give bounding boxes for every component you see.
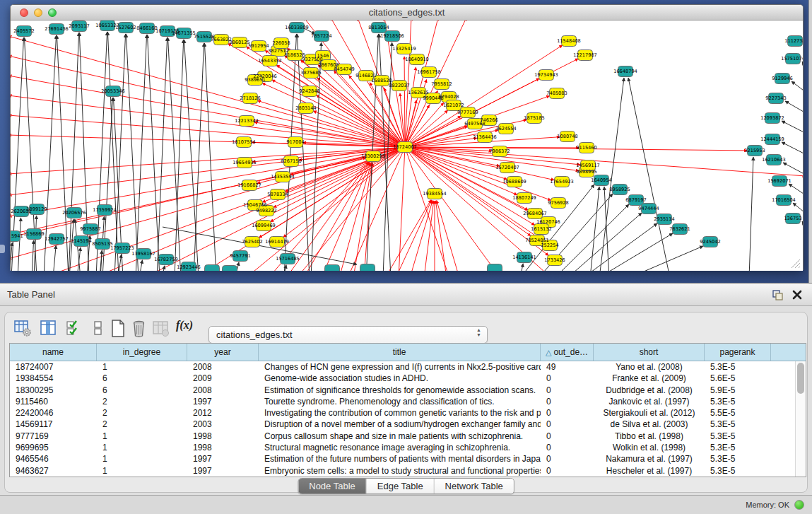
cell-short: Wolkin et al. (1998) [594,442,705,453]
unselect-all-icon[interactable] [88,319,107,338]
table-mode-icon[interactable] [13,319,33,338]
canvas-resize-grip[interactable] [791,259,801,269]
svg-text:917004: 917004 [286,139,304,145]
network-canvas[interactable]: 2405572276914362093117106533271527602846… [11,21,803,271]
table-panel-body: f(x) citations_edges.txt ▲▼ namein_degre… [0,306,812,495]
close-icon[interactable] [792,289,803,300]
graph-node[interactable] [488,264,502,271]
tab-network-table[interactable]: Network Table [435,479,514,493]
table-row[interactable]: 911546021997Tourette syndrome. Phenomeno… [10,396,806,407]
table-row[interactable]: 1456911722003Disruption of a novel membe… [10,419,806,430]
table-panel-title: Table Panel [7,289,55,300]
svg-text:12093872: 12093872 [760,115,784,121]
svg-text:1112734: 1112734 [784,38,803,44]
svg-text:8822037: 8822037 [389,83,409,88]
function-builder-icon[interactable]: f(x) [176,319,195,338]
svg-text:16033809: 16033809 [285,25,309,30]
column-header-title[interactable]: title [259,344,541,361]
svg-text:17359924: 17359924 [93,207,117,213]
column-header-name[interactable]: name [10,344,97,361]
svg-text:18640910: 18640910 [405,57,429,62]
show-columns-icon[interactable] [39,319,58,338]
panel-divider-handle[interactable] [0,245,5,253]
table-row[interactable]: 1872400712008Changes of HCN gene express… [10,361,806,373]
cell-out_degree: 0 [541,442,594,453]
svg-text:3624554: 3624554 [495,126,516,132]
cell-title: Structural magnetic resonance image aver… [259,442,541,453]
table-selector-value: citations_edges.txt [216,329,293,340]
table-panel-header: Table Panel [0,283,812,306]
svg-text:252254: 252254 [541,243,558,248]
graph-node[interactable] [205,265,220,271]
svg-text:1875185: 1875185 [524,115,544,121]
column-header-short[interactable]: short [594,344,705,361]
svg-text:15692071: 15692071 [767,178,792,184]
cell-name: 9463627 [10,465,97,477]
table-row[interactable]: 1938455462009Genome-wide association stu… [10,373,806,384]
svg-text:16782759: 16782759 [154,257,178,262]
svg-text:1615132: 1615132 [531,226,551,232]
svg-text:6794028: 6794028 [438,94,459,100]
svg-text:7632621: 7632621 [669,226,690,232]
svg-text:1145194: 1145194 [71,238,91,244]
table-row[interactable]: 977716911998Corpus callosum shape and si… [10,431,806,442]
svg-text:9245042: 9245042 [700,239,720,245]
cell-pagerank: 5.3E-5 [705,431,771,442]
tab-node-table[interactable]: Node Table [298,479,367,493]
delete-table-icon[interactable] [151,319,170,338]
svg-text:1733426: 1733426 [544,257,565,263]
cell-pagerank: 5.3E-5 [705,442,771,453]
network-desktop: citations_edges.txt 24055722769143620931… [0,0,812,283]
cell-in_degree: 2 [97,396,187,407]
table-row[interactable]: 1830029562008Estimation of significance … [10,385,806,396]
svg-text:14569117: 14569117 [576,163,600,168]
status-bar: Memory: OK [0,495,812,514]
svg-text:18724007: 18724007 [393,144,417,150]
svg-text:9242848: 9242848 [299,88,319,94]
graph-node[interactable] [223,266,237,271]
svg-text:7625402: 7625402 [242,239,262,245]
cell-in_degree: 2 [97,407,187,419]
cell-out_degree: 0 [541,419,594,430]
table-vertical-scrollbar[interactable] [795,361,806,477]
svg-text:10688609: 10688609 [502,179,526,185]
column-header-out_degree[interactable]: △out_de… [541,344,594,361]
delete-column-icon[interactable] [129,319,148,338]
svg-text:12213344: 12213344 [235,118,259,124]
float-window-icon[interactable] [772,289,784,301]
cell-name: 9115460 [10,396,97,407]
tab-edge-table[interactable]: Edge Table [367,479,435,493]
cell-pagerank: 5.3E-5 [705,419,771,430]
svg-text:9227343: 9227343 [765,95,786,101]
create-column-icon[interactable] [108,319,127,338]
column-header-pagerank[interactable]: pagerank [705,344,771,361]
svg-text:14353594: 14353594 [271,174,295,180]
svg-text:3915941: 3915941 [11,233,23,239]
table-row[interactable]: 2242004622012Investigating the contribut… [10,407,806,419]
graph-node[interactable] [360,264,375,271]
svg-text:16099469: 16099469 [252,223,276,228]
svg-text:15751074: 15751074 [781,56,803,62]
cell-short: Tibbo et al. (1998) [594,431,705,442]
node-table-container: f(x) citations_edges.txt ▲▼ namein_degre… [4,312,808,493]
memory-status-indicator [794,500,804,510]
table-selector-dropdown[interactable]: citations_edges.txt ▲▼ [208,326,488,344]
svg-text:29684067: 29684067 [523,211,547,216]
table-row[interactable]: 969969511998Structural magnetic resonanc… [10,442,806,453]
cell-year: 1998 [187,431,259,442]
column-header-in_degree[interactable]: in_degree [97,344,187,361]
dropdown-arrows-icon: ▲▼ [476,327,481,337]
scrollbar-thumb[interactable] [797,363,804,394]
svg-text:13325419: 13325419 [392,46,416,52]
select-all-icon[interactable] [64,319,83,338]
network-window-titlebar[interactable]: citations_edges.txt [11,5,803,21]
cell-short: de Silva et al. (2003) [594,419,705,430]
column-header-year[interactable]: year [187,344,259,361]
cell-name: 14569117 [10,419,97,430]
cell-name: 18724007 [10,361,97,373]
svg-text:1080748: 1080748 [557,134,577,139]
graph-node[interactable] [325,265,340,271]
cell-out_degree: 0 [541,385,594,396]
table-row[interactable]: 946362711997Embryonic stem cells: a mode… [10,465,806,477]
table-row[interactable]: 946554611997Estimation of the future num… [10,453,806,465]
